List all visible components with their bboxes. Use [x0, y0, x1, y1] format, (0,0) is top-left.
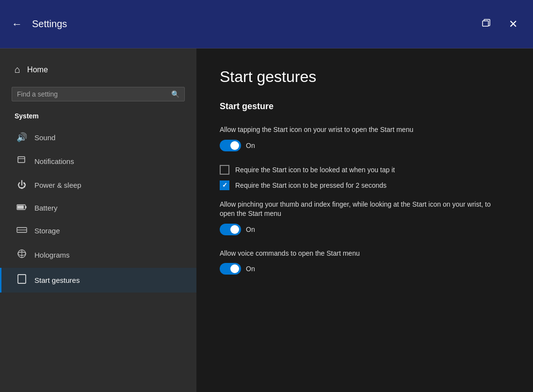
sidebar-item-label: Storage	[34, 227, 60, 235]
search-input[interactable]	[17, 90, 171, 98]
tap-wrist-toggle-label: On	[246, 142, 255, 149]
sidebar-item-label: Start gestures	[34, 276, 80, 284]
toggle-thumb	[230, 141, 239, 150]
setting-voice-commands: Allow voice commands to open the Start m…	[220, 249, 510, 275]
holograms-icon	[16, 248, 28, 261]
sidebar-item-home[interactable]: ⌂ Home	[0, 58, 196, 81]
sidebar-item-holograms[interactable]: Holograms	[0, 242, 196, 268]
voice-commands-toggle[interactable]	[220, 263, 241, 275]
power-icon: ⏻	[16, 180, 28, 190]
app-title: Settings	[32, 18, 477, 30]
tap-wrist-toggle-row: On	[220, 140, 510, 151]
sidebar-item-label: Holograms	[34, 251, 70, 259]
search-icon: 🔍	[171, 90, 179, 98]
home-icon: ⌂	[15, 64, 20, 75]
setting-require-press[interactable]: Require the Start icon to be pressed for…	[220, 180, 510, 190]
sidebar-section-label: System	[0, 110, 196, 126]
restore-icon	[481, 17, 491, 28]
content-area: Start gestures Start gesture Allow tappi…	[196, 49, 533, 392]
sidebar-item-label: Battery	[34, 204, 58, 212]
pinch-gesture-toggle[interactable]	[220, 224, 241, 235]
sidebar-item-battery[interactable]: Battery	[0, 196, 196, 219]
require-look-label: Require the Start icon to be looked at w…	[235, 166, 395, 174]
sidebar-item-power[interactable]: ⏻ Power & sleep	[0, 174, 196, 196]
battery-icon	[16, 203, 28, 213]
svg-rect-0	[483, 21, 488, 26]
sidebar-item-label: Power & sleep	[34, 181, 81, 189]
startgestures-icon	[16, 274, 28, 286]
pinch-gesture-description: Allow pinching your thumb and index fing…	[220, 200, 491, 219]
sidebar-item-label: Notifications	[34, 157, 74, 165]
sidebar-item-label: Sound	[34, 133, 55, 142]
window-controls: ✕	[477, 16, 521, 33]
setting-tap-wrist: Allow tapping the Start icon on your wri…	[220, 125, 510, 151]
titlebar: ← Settings ✕	[0, 0, 533, 49]
storage-icon	[16, 226, 28, 236]
voice-commands-toggle-label: On	[246, 265, 255, 273]
svg-rect-5	[17, 206, 24, 209]
search-box[interactable]: 🔍	[12, 87, 185, 101]
pinch-gesture-toggle-row: On	[220, 224, 510, 235]
svg-rect-4	[25, 206, 27, 209]
restore-button[interactable]	[477, 16, 495, 33]
sidebar: ⌂ Home 🔍 System 🔊 Sound Notifications ⏻ …	[0, 49, 196, 392]
voice-commands-description: Allow voice commands to open the Start m…	[220, 249, 491, 259]
require-press-label: Require the Start icon to be pressed for…	[235, 181, 387, 189]
main-container: ⌂ Home 🔍 System 🔊 Sound Notifications ⏻ …	[0, 49, 533, 392]
toggle-thumb	[230, 225, 239, 234]
page-title: Start gestures	[220, 68, 510, 86]
setting-require-look[interactable]: Require the Start icon to be looked at w…	[220, 165, 510, 175]
close-button[interactable]: ✕	[505, 16, 521, 33]
sidebar-item-storage[interactable]: Storage	[0, 219, 196, 242]
svg-rect-1	[18, 157, 25, 163]
pinch-gesture-toggle-label: On	[246, 226, 255, 233]
require-look-checkbox[interactable]	[220, 165, 229, 175]
sound-icon: 🔊	[16, 132, 28, 143]
sidebar-item-notifications[interactable]: Notifications	[0, 149, 196, 174]
voice-commands-toggle-row: On	[220, 263, 510, 275]
notifications-icon	[16, 155, 28, 167]
setting-pinch-gesture: Allow pinching your thumb and index fing…	[220, 200, 510, 235]
sidebar-item-sound[interactable]: 🔊 Sound	[0, 126, 196, 149]
svg-rect-11	[18, 275, 26, 283]
tap-wrist-toggle[interactable]	[220, 140, 241, 151]
sidebar-home-label: Home	[27, 65, 48, 74]
back-button[interactable]: ←	[12, 19, 22, 30]
require-press-checkbox[interactable]	[220, 180, 229, 190]
section-heading: Start gesture	[220, 101, 510, 112]
tap-wrist-description: Allow tapping the Start icon on your wri…	[220, 125, 491, 135]
sidebar-item-startgestures[interactable]: Start gestures	[0, 268, 196, 293]
